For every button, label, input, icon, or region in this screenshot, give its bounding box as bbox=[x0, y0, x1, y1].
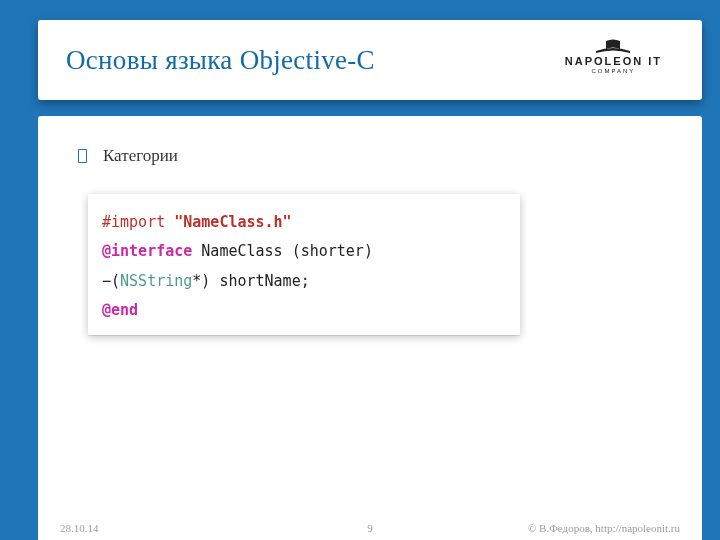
return-type: NSString bbox=[120, 272, 192, 290]
code-line-3: −(NSString*) shortName; bbox=[102, 267, 506, 296]
hat-icon bbox=[594, 38, 632, 54]
slide-title: Основы языка Objective-C bbox=[66, 45, 375, 76]
import-file: "NameClass.h" bbox=[174, 213, 291, 231]
bullet-marker-icon bbox=[78, 149, 87, 163]
keyword-end: @end bbox=[102, 301, 138, 319]
footer-page: 9 bbox=[367, 522, 373, 534]
footer-date: 28.10.14 bbox=[60, 522, 99, 534]
code-snippet: #import "NameClass.h" @interface NameCla… bbox=[88, 194, 520, 335]
import-directive: #import bbox=[102, 213, 165, 231]
bullet-text: Категории bbox=[103, 146, 178, 166]
brand-logo: NAPOLEON IT COMPANY bbox=[565, 38, 662, 74]
code-line-4: @end bbox=[102, 296, 506, 325]
footer-copyright: © В.Федоров, http://napoleonit.ru bbox=[528, 522, 680, 534]
keyword-interface: @interface bbox=[102, 242, 192, 260]
code-line-2: @interface NameClass (shorter) bbox=[102, 237, 506, 266]
slide-body: Категории #import "NameClass.h" @interfa… bbox=[38, 116, 702, 540]
code-line-1: #import "NameClass.h" bbox=[102, 208, 506, 237]
class-name: NameClass bbox=[201, 242, 282, 260]
method-name: shortName bbox=[219, 272, 300, 290]
category-name: (shorter) bbox=[292, 242, 373, 260]
logo-text: NAPOLEON IT bbox=[565, 55, 662, 67]
logo-subtitle: COMPANY bbox=[565, 68, 662, 74]
bullet-item: Категории bbox=[78, 146, 664, 166]
slide-footer: 28.10.14 9 © В.Федоров, http://napoleoni… bbox=[38, 522, 702, 534]
title-bar: Основы языка Objective-C NAPOLEON IT COM… bbox=[38, 20, 702, 100]
